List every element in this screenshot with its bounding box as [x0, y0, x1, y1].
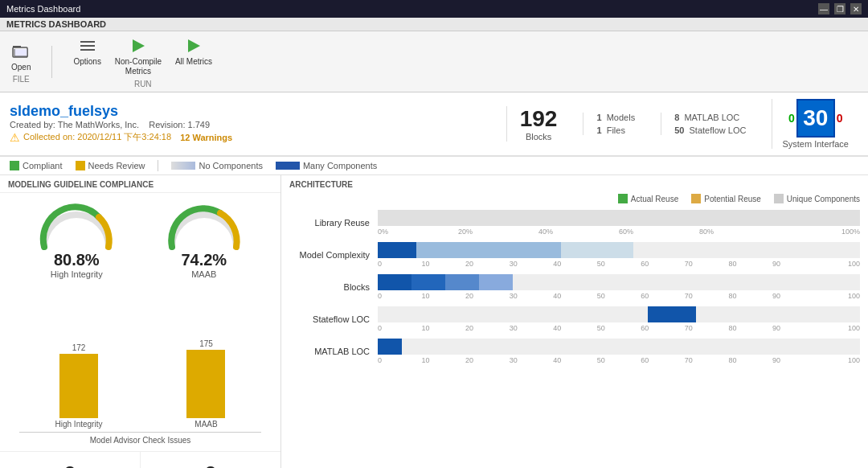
- compliant-label: Compliant: [23, 161, 63, 170]
- no-components-label: No Components: [199, 161, 263, 170]
- matlab-loc-row: MATLAB LOC 0 10 20 30 40 50 60 70 80 90: [289, 339, 860, 364]
- matlab-loc-arch-label: MATLAB LOC: [289, 347, 378, 356]
- svg-rect-4: [80, 49, 95, 51]
- code-analyzer-box: 0 Code Analyzer Warnings: [0, 452, 141, 468]
- warning-icon: ⚠: [10, 131, 20, 144]
- si-numbers: 0 30 0: [788, 99, 843, 138]
- model-complexity-label: Model Complexity: [289, 250, 378, 260]
- all-metrics-button[interactable]: All Metrics: [170, 35, 217, 78]
- warning-boxes: 0 Code Analyzer Warnings 0 Diagnostic Wa…: [0, 451, 280, 468]
- restore-button[interactable]: ❐: [834, 3, 845, 14]
- si-center: 30: [796, 99, 835, 138]
- models-files-metric: 1 Models 1 Files: [583, 113, 648, 135]
- model-complexity-bar-wrap: 0 10 20 30 40 50 60 70 80 90 100: [378, 242, 860, 268]
- matlab-loc-bar-wrap: 0 10 20 30 40 50 60 70 80 90 100: [378, 339, 860, 364]
- stateflow-loc-bar: [378, 306, 860, 322]
- bar2-rect: [186, 350, 225, 418]
- many-components-label: Many Components: [303, 161, 377, 170]
- seg4: [633, 242, 860, 258]
- menu-bar: METRICS DASHBOARD: [0, 18, 868, 31]
- needs-review-dot: [76, 161, 85, 170]
- bar1-rect: [59, 354, 98, 418]
- non-compile-button[interactable]: Non-Compile Metrics: [109, 35, 167, 78]
- no-components-legend: No Components: [171, 161, 263, 170]
- stateflow-loc-arch-label: Stateflow LOC: [289, 314, 378, 324]
- blocks-count: 192: [520, 106, 558, 132]
- many-components-legend: Many Components: [276, 161, 377, 170]
- actual-reuse-dot: [618, 194, 628, 203]
- options-button[interactable]: Options: [68, 35, 105, 78]
- window-title: Metrics Dashboard: [6, 4, 80, 14]
- bar-maab: 175 MAAB: [186, 339, 225, 429]
- model-name[interactable]: sldemo_fuelsys: [10, 103, 487, 120]
- ml-seg2: [402, 339, 860, 355]
- model-meta: Created by: The MathWorks, Inc. Revision…: [10, 120, 493, 144]
- stateflow-loc-axis: 0 10 20 30 40 50 60 70 80 90 100: [378, 322, 860, 332]
- models-label: Models: [607, 113, 635, 122]
- gauge-maab: 74.2% MAAB: [164, 203, 244, 279]
- blocks-bar: [378, 274, 860, 290]
- actual-reuse-legend: Actual Reuse: [618, 194, 678, 203]
- chart-title: Model Advisor Check Issues: [13, 433, 268, 445]
- gauge2-svg: [164, 203, 244, 251]
- matlab-loc-bar: [378, 339, 860, 355]
- b-seg2: [411, 274, 445, 290]
- stateflow-loc-row: 50 Stateflow LOC: [674, 125, 746, 135]
- library-reuse-row: Library Reuse 0% 20% 40% 60% 80% 100%: [289, 210, 860, 236]
- models-count: 1: [596, 113, 601, 122]
- many-components-bar: [276, 162, 300, 170]
- stateflow-loc: 50: [674, 125, 684, 135]
- close-button[interactable]: ✕: [850, 3, 862, 14]
- svg-marker-5: [133, 39, 145, 52]
- main-content: MODELING GUIDELINE COMPLIANCE 80.8% High…: [0, 175, 868, 468]
- blocks-bar-wrap: 0 10 20 30 40 50 60 70 80 90 100: [378, 274, 860, 300]
- matlab-loc: 8: [674, 113, 679, 122]
- open-button[interactable]: Open: [6, 40, 35, 73]
- loc-metric: 8 MATLAB LOC 50 Stateflow LOC: [661, 113, 759, 135]
- potential-reuse-dot: [691, 194, 701, 203]
- bar-chart-inner: 172 High Integrity 175 MAAB: [13, 289, 268, 432]
- non-compile-label: Non-Compile Metrics: [114, 57, 162, 76]
- files-label: Files: [607, 125, 625, 135]
- gauge2-label: MAAB: [191, 269, 216, 279]
- code-analyzer-value: 0: [63, 462, 76, 468]
- non-compile-icon: [129, 36, 148, 55]
- gauge2-pct: 74.2%: [181, 251, 227, 269]
- stateflow-loc-bar-wrap: 0 10 20 30 40 50 60 70 80 90 100: [378, 306, 860, 332]
- library-reuse-axis: 0% 20% 40% 60% 80% 100%: [378, 226, 860, 236]
- gauge1-label: High Integrity: [51, 269, 103, 279]
- diagnostic-box: 0 Diagnostic Warnings: [141, 452, 280, 468]
- all-metrics-label: All Metrics: [175, 57, 212, 66]
- needs-review-legend: Needs Review: [76, 161, 145, 170]
- b-seg5: [513, 274, 860, 290]
- si-label: System Interface: [782, 139, 849, 149]
- run-section-label: RUN: [134, 80, 152, 88]
- legend-divider: [158, 160, 158, 171]
- gauge1-svg: [36, 203, 117, 251]
- model-complexity-axis: 0 10 20 30 40 50 60 70 80 90 100: [378, 258, 860, 268]
- arch-header: ARCHITECTURE: [289, 180, 860, 189]
- seg2: [416, 242, 561, 258]
- gauges-row: 80.8% High Integrity 74.2% MAAB: [0, 193, 280, 282]
- actual-reuse-label: Actual Reuse: [631, 195, 678, 203]
- svg-marker-6: [188, 39, 200, 52]
- compliance-header: MODELING GUIDELINE COMPLIANCE: [0, 175, 280, 193]
- seg3: [561, 242, 633, 258]
- minimize-button[interactable]: —: [818, 3, 829, 14]
- diagnostic-value: 0: [204, 462, 217, 468]
- open-label: Open: [11, 63, 31, 72]
- si-right: 0: [837, 112, 843, 125]
- info-bar: sldemo_fuelsys Created by: The MathWorks…: [0, 92, 868, 157]
- file-section: Open FILE: [6, 40, 35, 84]
- potential-reuse-label: Potential Reuse: [704, 195, 761, 203]
- created-by: Created by: The MathWorks, Inc. Revision…: [10, 120, 493, 129]
- all-metrics-icon: [184, 36, 203, 55]
- unique-components-legend: Unique Components: [774, 194, 860, 203]
- library-reuse-label: Library Reuse: [289, 218, 378, 228]
- potential-reuse-legend: Potential Reuse: [691, 194, 761, 203]
- bar2-value: 175: [199, 339, 213, 348]
- files-count: 1: [596, 125, 601, 135]
- options-icon: [78, 36, 97, 55]
- bar-high-integrity: 172 High Integrity: [55, 343, 103, 429]
- run-section: Options Non-Compile Metrics All Metrics …: [68, 35, 217, 88]
